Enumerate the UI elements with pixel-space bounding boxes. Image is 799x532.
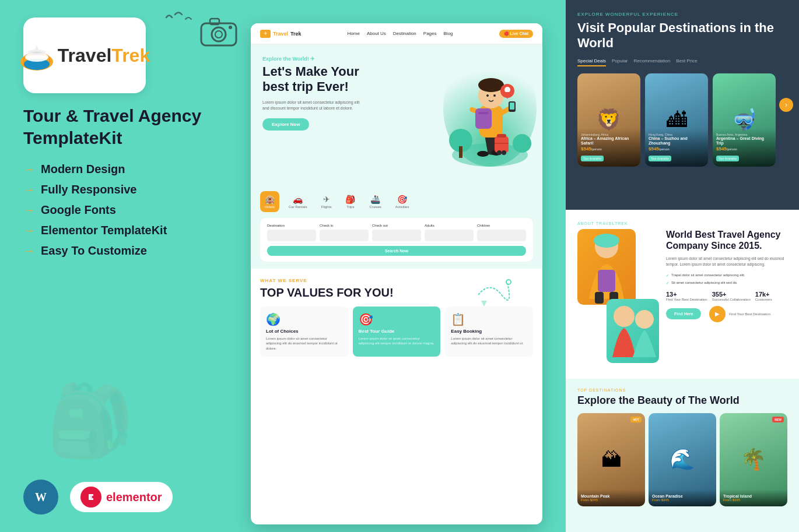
tab-car-rentals[interactable]: 🚗 Car Rentals	[284, 191, 312, 212]
values-section: WHAT WE SERVE TOP VALUES FOR YOU! 🌍 Lot …	[251, 269, 542, 366]
dest-tab-popular[interactable]: Popular	[612, 58, 628, 66]
form-inputs	[267, 230, 526, 241]
hero-title: Let's Make Your best trip Ever!	[262, 64, 379, 95]
svg-point-59	[594, 234, 619, 248]
feature-google-fonts: → Google Fonts	[23, 203, 227, 217]
search-button[interactable]: Search Now	[267, 246, 526, 256]
dest-tab-best-price[interactable]: Best Price	[676, 58, 697, 66]
checkout-input[interactable]	[372, 230, 421, 241]
find-here-button[interactable]: Find Here	[666, 308, 701, 319]
children-input[interactable]	[477, 230, 526, 241]
checkin-input[interactable]	[320, 230, 369, 241]
dest-tab-special[interactable]: Special Deals	[577, 58, 606, 66]
about-title: World Best Travel Agency Company Since 2…	[666, 229, 787, 251]
dest-next-arrow[interactable]: ›	[779, 98, 793, 112]
explore-title: Explore the Beauty of The World	[577, 394, 787, 407]
svg-rect-60	[598, 270, 615, 292]
booking-title: Easy Booking	[451, 329, 527, 334]
preview-nav-links: Home About Us Destination Pages Blog	[348, 31, 453, 36]
features-list: → Modern Design → Fully Responsive → Goo…	[23, 163, 227, 265]
svg-point-42	[478, 78, 504, 92]
right-panel: EXPLORE WONDERFUL EXPERIENCE Visit Popul…	[566, 0, 799, 532]
about-images	[577, 229, 659, 363]
preview-hero: Explore the World! ✈ Let's Make Your bes…	[251, 44, 542, 184]
explore-section: TOP DESTINATIONS Explore the Beauty of T…	[566, 379, 799, 532]
guide-icon: 🎯	[359, 312, 435, 326]
dest-cards: 🦁 Johannesburg, Africa Africa – Amazing …	[577, 73, 787, 167]
brand-name-trek: Trek	[111, 45, 150, 66]
about-img-main	[577, 229, 636, 305]
website-preview: ✈ TravelTrek Home About Us Destination P…	[251, 23, 542, 524]
preview-nav-cta: 🔴 Live Chat	[499, 30, 533, 38]
svg-rect-15	[89, 494, 93, 496]
arrow-icon-5: →	[23, 244, 35, 258]
explore-card-1: 🏔 HOT Mountain Peak From $245	[577, 413, 645, 506]
stat-collaboration: 355+ Successful Collaboration	[712, 291, 751, 301]
about-text: World Best Travel Agency Company Since 2…	[666, 229, 787, 363]
tab-activities[interactable]: 🎯 Activities	[391, 191, 414, 212]
svg-rect-48	[497, 134, 506, 138]
svg-rect-47	[495, 136, 509, 153]
left-panel: TravelTrek Tour & Travel Agency Template…	[0, 0, 251, 532]
choices-title: Lot of Choices	[266, 329, 342, 334]
choices-desc: Lorem ipsum dolor sit amet consectetur a…	[266, 336, 342, 351]
tab-cruises[interactable]: 🚢 Cruises	[365, 191, 386, 212]
arrow-icon-1: →	[23, 163, 35, 176]
hero-desc: Lorem ipsum dolor sit amet consectetur a…	[262, 100, 367, 111]
destinations-section: EXPLORE WONDERFUL EXPERIENCE Visit Popul…	[566, 0, 799, 210]
about-content: World Best Travel Agency Company Since 2…	[577, 229, 787, 363]
svg-point-31	[513, 134, 531, 153]
stat-customers: 17k+ Customers	[755, 291, 772, 301]
dest-card-china: 🏙 Hong Kong, China China – Suzhou and Zh…	[645, 73, 708, 167]
svg-rect-40	[510, 103, 514, 110]
choices-icon: 🌍	[266, 312, 342, 326]
feature-customize: → Easy To Customize	[23, 244, 227, 258]
explore-badge-3: NEW	[772, 417, 784, 422]
preview-nav: ✈ TravelTrek Home About Us Destination P…	[251, 23, 542, 44]
value-card-guide: 🎯 Best Tour Guide Lorem ipsum dolor sit …	[353, 306, 441, 357]
dest-tab-recommendation[interactable]: Recommendation	[634, 58, 671, 66]
hero-cta-button[interactable]: Explore Now	[262, 118, 309, 131]
destination-input[interactable]	[267, 230, 316, 241]
svg-point-55	[506, 280, 511, 284]
value-card-choices: 🌍 Lot of Choices Lorem ipsum dolor sit a…	[260, 306, 348, 357]
logo-card: TravelTrek	[23, 17, 146, 93]
play-button[interactable]: ▶	[709, 306, 726, 322]
arrow-icon-4: →	[23, 224, 35, 237]
guide-desc: Lorem ipsum dolor sit amet consectetur a…	[359, 336, 435, 346]
booking-section: 🏨 Hotels 🚗 Car Rentals ✈ Flights 🎒 Trips…	[251, 184, 542, 269]
about-label: ABOUT TRAVELTREK	[577, 221, 787, 226]
svg-rect-30	[459, 146, 462, 158]
svg-rect-46	[478, 112, 489, 114]
svg-point-43	[486, 94, 489, 97]
svg-rect-45	[475, 108, 492, 129]
backpack-doodle: 🎒	[47, 380, 134, 462]
about-section: ABOUT TRAVELTREK	[566, 210, 799, 379]
arrow-icon-3: →	[23, 203, 35, 217]
svg-rect-17	[89, 498, 93, 500]
about-stats: 13+ Find Your Best Destination 355+ Succ…	[666, 291, 787, 301]
dest-card-argentina: 🤿 Buenos Aires, Argentina Argentina – Gr…	[713, 73, 776, 167]
dest-label: EXPLORE WONDERFUL EXPERIENCE	[577, 12, 787, 17]
svg-rect-6	[26, 56, 47, 59]
dest-tabs: Special Deals Popular Recommendation Bes…	[577, 58, 787, 66]
dest-card-africa: 🦁 Johannesburg, Africa Africa – Amazing …	[577, 73, 640, 167]
explore-card-2: 🌊 Ocean Paradise From $345	[649, 413, 716, 506]
preview-nav-logo: ✈ TravelTrek	[260, 30, 302, 38]
guide-title: Best Tour Guide	[359, 329, 435, 334]
tab-hotels[interactable]: 🏨 Hotels	[260, 191, 279, 212]
brand-name-travel: Travel	[58, 45, 112, 66]
stat-destinations: 13+ Find Your Best Destination	[666, 291, 707, 301]
svg-point-50	[497, 150, 502, 155]
about-img-secondary	[607, 299, 659, 363]
svg-point-51	[502, 150, 506, 155]
tab-trips[interactable]: 🎒 Trips	[341, 191, 360, 212]
adults-input[interactable]	[425, 230, 474, 241]
explore-card-3: 🌴 NEW Tropical Island From $195	[720, 413, 787, 506]
svg-point-22	[229, 26, 232, 29]
feature-modern-design: → Modern Design	[23, 163, 227, 176]
svg-rect-16	[89, 496, 92, 498]
elementor-label: elementor	[106, 491, 162, 504]
svg-text:W: W	[35, 491, 47, 503]
tab-flights[interactable]: ✈ Flights	[317, 191, 337, 212]
